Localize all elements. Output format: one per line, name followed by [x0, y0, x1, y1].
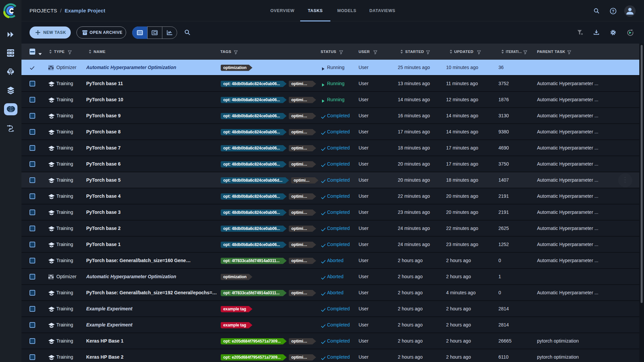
- svg-text:?: ?: [612, 9, 614, 14]
